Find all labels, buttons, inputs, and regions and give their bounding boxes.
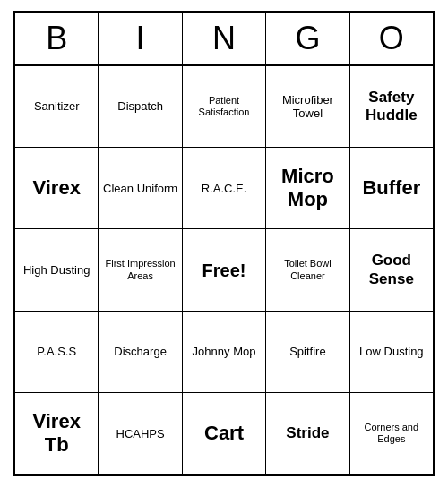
bingo-cell: Good Sense xyxy=(350,229,433,311)
bingo-row: VirexClean UniformR.A.C.E.Micro MopBuffe… xyxy=(15,148,433,229)
bingo-cell: Cart xyxy=(183,393,266,474)
bingo-row: P.A.S.SDischargeJohnny MopSpitfireLow Du… xyxy=(15,312,433,393)
bingo-cell: Virex Tb xyxy=(15,393,99,474)
bingo-cell: First Impression Areas xyxy=(99,229,182,311)
bingo-cell: Patient Satisfaction xyxy=(183,66,266,148)
bingo-cell: Virex xyxy=(15,148,99,229)
bingo-card: BINGO SanitizerDispatchPatient Satisfact… xyxy=(13,11,435,476)
bingo-cell: R.A.C.E. xyxy=(183,148,266,229)
bingo-cell: Discharge xyxy=(99,312,182,393)
header-letter: N xyxy=(183,13,266,66)
bingo-cell: Johnny Mop xyxy=(183,312,266,393)
bingo-cell: Sanitizer xyxy=(15,66,99,148)
bingo-cell: Micro Mop xyxy=(266,148,349,229)
bingo-cell: Buffer xyxy=(350,148,433,229)
bingo-cell: Corners and Edges xyxy=(350,393,433,474)
bingo-grid: SanitizerDispatchPatient SatisfactionMic… xyxy=(15,66,433,474)
bingo-cell: P.A.S.S xyxy=(15,312,99,393)
bingo-cell: Toilet Bowl Cleaner xyxy=(266,229,349,311)
bingo-cell: Safety Huddle xyxy=(350,66,433,148)
header-letter: O xyxy=(350,13,433,66)
bingo-cell: Stride xyxy=(266,393,349,474)
header-letter: G xyxy=(266,13,349,66)
bingo-cell: Free! xyxy=(183,229,266,311)
bingo-cell: High Dusting xyxy=(15,229,99,311)
bingo-cell: Spitfire xyxy=(266,312,349,393)
bingo-cell: Microfiber Towel xyxy=(266,66,349,148)
bingo-cell: HCAHPS xyxy=(99,393,182,474)
bingo-header: BINGO xyxy=(15,13,433,66)
bingo-cell: Low Dusting xyxy=(350,312,433,393)
bingo-row: Virex TbHCAHPSCartStrideCorners and Edge… xyxy=(15,393,433,474)
bingo-cell: Dispatch xyxy=(99,66,182,148)
bingo-row: High DustingFirst Impression AreasFree!T… xyxy=(15,229,433,311)
header-letter: B xyxy=(15,13,99,66)
bingo-cell: Clean Uniform xyxy=(99,148,182,229)
bingo-row: SanitizerDispatchPatient SatisfactionMic… xyxy=(15,66,433,148)
header-letter: I xyxy=(99,13,182,66)
